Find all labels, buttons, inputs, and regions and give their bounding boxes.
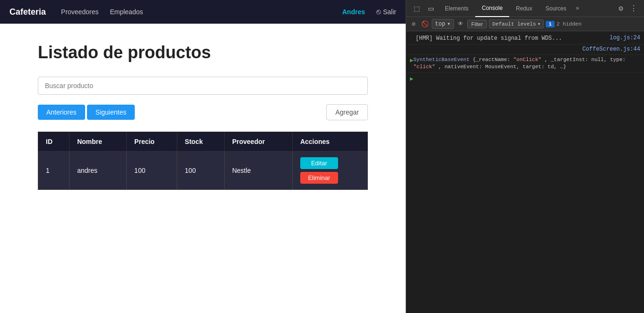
col-header-id: ID [38, 132, 70, 152]
cell-stock: 100 [177, 152, 224, 190]
console-msg-hmr-text: [HMR] Waiting for update signal from WDS… [416, 35, 609, 43]
navbar-brand: Cafeteria [9, 7, 46, 17]
console-expand-arrow[interactable]: ▶ [410, 56, 413, 64]
tab-sources[interactable]: Sources [539, 0, 573, 17]
col-header-acciones: Acciones [292, 132, 367, 152]
pagination-buttons: Anteriores Siguientes [38, 105, 135, 120]
search-input[interactable] [38, 77, 368, 95]
devtools-eye-icon[interactable]: 👁 [456, 19, 465, 29]
console-link-coffescreen[interactable]: CoffeScreen.js:44 [583, 46, 640, 53]
cell-id: 1 [38, 152, 70, 190]
product-table: ID Nombre Precio Stock Proveedor Accione… [38, 132, 368, 190]
salir-label: Salir [383, 8, 396, 16]
devtools-more-icon[interactable]: ⋮ [627, 4, 640, 13]
console-indicator [410, 35, 416, 35]
cell-acciones: EditarEliminar [292, 152, 367, 190]
nav-link-proveedores[interactable]: Proveedores [61, 8, 98, 16]
console-prompt-arrow: ▶ [410, 75, 413, 82]
siguientes-button[interactable]: Siguientes [87, 105, 135, 120]
cell-proveedor: Nestle [224, 152, 292, 190]
devtools-levels-dropdown[interactable]: Default levels ▾ [489, 19, 544, 28]
context-value: top [435, 21, 445, 27]
devtools-topbar: ⬚ ▭ Elements Console Redux Sources » ⚙ ⋮ [406, 0, 644, 17]
devtools-tabs: Elements Console Redux Sources » [438, 0, 582, 17]
cell-nombre: andres [70, 152, 127, 190]
devtools-filter-button[interactable]: Filter [467, 20, 487, 28]
col-header-precio: Precio [127, 132, 177, 152]
exit-icon: ⎋ [376, 8, 381, 16]
console-cursor-row: ▶ [406, 73, 644, 84]
console-msg-hmr: [HMR] Waiting for update signal from WDS… [406, 33, 644, 45]
console-msg-event-text: SyntheticBaseEvent {_reactName: "onClick… [413, 56, 640, 71]
col-header-proveedor: Proveedor [224, 132, 292, 152]
editar-button[interactable]: Editar [300, 157, 338, 169]
col-header-stock: Stock [177, 132, 224, 152]
devtools-panel: ⬚ ▭ Elements Console Redux Sources » ⚙ ⋮… [406, 0, 644, 313]
table-header-row: ID Nombre Precio Stock Proveedor Accione… [38, 132, 368, 152]
tab-elements[interactable]: Elements [438, 0, 475, 17]
actions-row: Anteriores Siguientes Agregar [38, 104, 368, 120]
devtools-secondbar: ⊘ 🚫 top ▾ 👁 Filter Default levels ▾ 1 2 … [406, 17, 644, 31]
devtools-cursor-icon[interactable]: ⬚ [410, 2, 423, 15]
devtools-hidden-badge: 2 hidden [557, 21, 582, 27]
devtools-console: [HMR] Waiting for update signal from WDS… [406, 31, 644, 313]
devtools-clear-icon[interactable]: ⊘ [409, 19, 418, 29]
col-header-nombre: Nombre [70, 132, 127, 152]
page-title: Listado de productos [38, 43, 368, 63]
nav-link-empleados[interactable]: Empleados [110, 8, 143, 16]
main-content: Listado de productos Anteriores Siguient… [0, 24, 406, 313]
devtools-block-icon[interactable]: 🚫 [420, 19, 430, 29]
navbar-user: Andres [342, 8, 365, 16]
devtools-mobile-icon[interactable]: ▭ [424, 2, 437, 15]
tab-more-icon[interactable]: » [573, 5, 582, 12]
levels-arrow: ▾ [538, 21, 541, 27]
tab-console[interactable]: Console [475, 0, 509, 17]
navbar: Cafeteria Proveedores Empleados Andres ⎋… [0, 0, 406, 24]
devtools-settings-icon[interactable]: ⚙ [616, 4, 626, 13]
context-dropdown[interactable]: top ▾ [432, 19, 454, 29]
agregar-button[interactable]: Agregar [326, 104, 368, 120]
tab-redux[interactable]: Redux [509, 0, 539, 17]
cell-precio: 100 [127, 152, 177, 190]
context-dropdown-arrow: ▾ [447, 20, 451, 27]
console-msg-coffescreen-link: CoffeScreen.js:44 [406, 45, 644, 55]
levels-label: Default levels [492, 21, 536, 27]
eliminar-button[interactable]: Eliminar [300, 172, 338, 184]
console-msg-event: ▶ SyntheticBaseEvent {_reactName: "onCli… [406, 55, 644, 73]
table-row: 1andres100100NestleEditarEliminar [38, 152, 368, 190]
devtools-info-badge: 1 [546, 21, 555, 27]
console-link-log[interactable]: log.js:24 [609, 35, 640, 41]
anteriores-button[interactable]: Anteriores [38, 105, 85, 120]
salir-button[interactable]: ⎋ Salir [376, 8, 396, 16]
